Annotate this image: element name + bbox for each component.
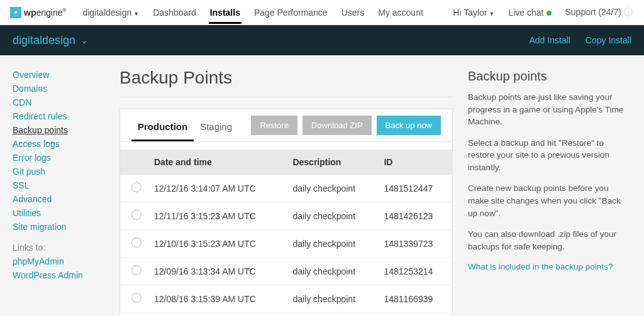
tab-staging[interactable]: Staging bbox=[194, 116, 238, 141]
logo-icon: ✦ bbox=[10, 7, 21, 18]
cell-description: daily checkpoint bbox=[286, 202, 377, 230]
sidebar-item-site-migration[interactable]: Site migration bbox=[13, 220, 113, 234]
radio-select[interactable] bbox=[131, 210, 142, 220]
tab-buttons: Restore Download ZIP Back up now bbox=[251, 116, 441, 141]
top-nav: ✦ wpengine® digitaldesign▼ DashboardInst… bbox=[0, 0, 644, 25]
table-header-row: Date and time Description ID bbox=[120, 150, 452, 175]
cell-description: daily checkpoint bbox=[286, 285, 377, 313]
page-title: Backup Points bbox=[119, 68, 453, 88]
live-chat-link[interactable]: Live chat bbox=[507, 1, 552, 24]
sidebar-item-advanced[interactable]: Advanced bbox=[13, 192, 113, 206]
radio-select[interactable] bbox=[131, 265, 142, 275]
table-header-select bbox=[120, 150, 148, 175]
links-to-label: Links to: bbox=[13, 234, 113, 254]
sidebar-item-error-logs[interactable]: Error logs bbox=[13, 151, 113, 165]
info-panel: Backup points Backup points are just lik… bbox=[468, 68, 631, 316]
cell-datetime: 12/10/16 3:15:23 AM UTC bbox=[148, 230, 286, 258]
nav-item-users[interactable]: Users bbox=[340, 1, 366, 24]
topnav-right: Hi Taylor▼ Live chat Support (24/7)ⓘ bbox=[452, 1, 634, 25]
table-header-id: ID bbox=[377, 150, 452, 175]
info-title: Backup points bbox=[468, 69, 631, 84]
tab-production[interactable]: Production bbox=[131, 116, 194, 141]
backup-now-button[interactable]: Back up now bbox=[377, 116, 441, 135]
cell-id: 1481080518 bbox=[377, 313, 452, 317]
table-row[interactable]: 12/11/16 3:15:23 AM UTCdaily checkpoint1… bbox=[120, 202, 452, 230]
table-row[interactable]: 12/07/16 3:15:18 AM UTCdaily checkpoint1… bbox=[120, 313, 452, 317]
cell-datetime: 12/11/16 3:15:23 AM UTC bbox=[148, 202, 286, 230]
main: Backup Points ProductionStaging Restore … bbox=[119, 68, 631, 316]
cell-datetime: 12/08/16 3:15:39 AM UTC bbox=[148, 285, 286, 313]
sidebar: OverviewDomainsCDNRedirect rulesBackup p… bbox=[13, 68, 113, 316]
backup-card: ProductionStaging Restore Download ZIP B… bbox=[119, 109, 453, 316]
info-paragraph: Select a backup and hit "Restore" to res… bbox=[468, 137, 631, 174]
nav-item-installs[interactable]: Installs bbox=[209, 1, 242, 24]
sidebar-item-cdn[interactable]: CDN bbox=[13, 95, 113, 109]
table-row[interactable]: 12/09/16 3:13:34 AM UTCdaily checkpoint1… bbox=[120, 258, 452, 285]
cell-id: 1481253214 bbox=[377, 258, 452, 285]
sidebar-link-wordpress-admin[interactable]: WordPress Admin bbox=[13, 268, 113, 282]
cell-id: 1481339723 bbox=[377, 230, 452, 258]
cell-id: 1481512447 bbox=[377, 175, 452, 202]
info-paragraph: Backup points are just like saving your … bbox=[468, 91, 631, 128]
cell-description: daily checkpoint bbox=[286, 258, 377, 285]
download-zip-button[interactable]: Download ZIP bbox=[303, 116, 372, 135]
copy-install-link[interactable]: Copy Install bbox=[586, 35, 631, 45]
cell-description: daily checkpoint bbox=[286, 313, 377, 317]
sidebar-item-access-logs[interactable]: Access logs bbox=[13, 137, 113, 151]
divider bbox=[119, 97, 453, 97]
status-dot-icon bbox=[547, 11, 552, 16]
sidebar-item-git-push[interactable]: Git push bbox=[13, 165, 113, 178]
sub-nav: digitaldesign ⌄ Add Install Copy Install bbox=[0, 25, 644, 55]
cell-description: daily checkpoint bbox=[286, 175, 377, 202]
sidebar-link-phpmyadmin[interactable]: phpMyAdmin bbox=[13, 254, 113, 268]
backup-table: Date and time Description ID 12/12/16 3:… bbox=[120, 150, 452, 316]
radio-select[interactable] bbox=[131, 293, 142, 303]
nav-item-dashboard[interactable]: Dashboard bbox=[152, 1, 197, 24]
content: Backup Points ProductionStaging Restore … bbox=[119, 68, 453, 316]
info-icon: ⓘ bbox=[624, 7, 633, 17]
install-selector[interactable]: digitaldesign ⌄ bbox=[13, 34, 88, 47]
radio-select[interactable] bbox=[131, 182, 142, 192]
add-install-link[interactable]: Add Install bbox=[529, 35, 570, 45]
cell-description: daily checkpoint bbox=[286, 230, 377, 258]
cell-datetime: 12/12/16 3:14:07 AM UTC bbox=[148, 175, 286, 202]
sidebar-item-domains[interactable]: Domains bbox=[13, 82, 113, 95]
radio-select[interactable] bbox=[131, 237, 142, 248]
chevron-down-icon: ⌄ bbox=[80, 35, 88, 45]
table-row[interactable]: 12/08/16 3:15:39 AM UTCdaily checkpoint1… bbox=[120, 285, 452, 313]
nav-item-my-account[interactable]: My account bbox=[377, 1, 425, 24]
user-greeting[interactable]: Hi Taylor▼ bbox=[452, 1, 496, 24]
tabs-row: ProductionStaging Restore Download ZIP B… bbox=[120, 109, 452, 142]
table-row[interactable]: 12/10/16 3:15:23 AM UTCdaily checkpoint1… bbox=[120, 230, 452, 258]
cell-id: 1481166939 bbox=[377, 285, 452, 313]
table-row[interactable]: 12/12/16 3:14:07 AM UTCdaily checkpoint1… bbox=[120, 175, 452, 202]
info-paragraph: Create new backup points before you make… bbox=[468, 182, 631, 219]
sidebar-item-utilities[interactable]: Utilities bbox=[13, 206, 113, 220]
cell-datetime: 12/07/16 3:15:18 AM UTC bbox=[148, 313, 286, 317]
info-whats-included-link[interactable]: What is included in the backup points? bbox=[468, 262, 613, 271]
install-name-label: digitaldesign bbox=[13, 34, 75, 47]
account-dropdown[interactable]: digitaldesign▼ bbox=[81, 1, 140, 24]
support-link[interactable]: Support (24/7)ⓘ bbox=[564, 1, 635, 25]
logo-text: wpengine® bbox=[24, 8, 66, 18]
sidebar-item-overview[interactable]: Overview bbox=[13, 68, 113, 82]
caret-down-icon: ▼ bbox=[489, 11, 495, 17]
sidebar-item-backup-points[interactable]: Backup points bbox=[13, 123, 113, 137]
info-paragraph: You can also download .zip files of your… bbox=[468, 228, 631, 253]
sidebar-item-redirect-rules[interactable]: Redirect rules bbox=[13, 109, 113, 123]
topnav-left: digitaldesign▼ DashboardInstallsPage Per… bbox=[81, 1, 424, 24]
nav-item-page-performance[interactable]: Page Performance bbox=[253, 1, 329, 24]
cell-id: 1481426123 bbox=[377, 202, 452, 230]
sidebar-item-ssl[interactable]: SSL bbox=[13, 178, 113, 192]
subnav-actions: Add Install Copy Install bbox=[529, 35, 631, 45]
table-header-description: Description bbox=[286, 150, 377, 175]
table-header-datetime: Date and time bbox=[148, 150, 286, 175]
body: OverviewDomainsCDNRedirect rulesBackup p… bbox=[0, 55, 644, 316]
logo[interactable]: ✦ wpengine® bbox=[10, 7, 66, 18]
restore-button[interactable]: Restore bbox=[251, 116, 297, 135]
caret-down-icon: ▼ bbox=[133, 11, 139, 17]
cell-datetime: 12/09/16 3:13:34 AM UTC bbox=[148, 258, 286, 285]
